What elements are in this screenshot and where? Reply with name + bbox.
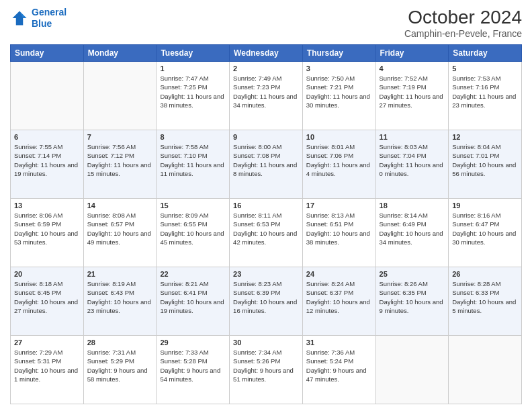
day-number: 29 [160,338,226,347]
day-number: 23 [233,270,299,278]
weekday-header: Monday [83,45,157,62]
day-number: 12 [452,133,518,141]
day-info: Sunrise: 7:55 AM Sunset: 7:14 PM Dayligh… [14,142,80,178]
day-number: 11 [380,133,445,141]
weekday-header: Sunday [11,45,84,62]
day-info: Sunrise: 8:00 AM Sunset: 7:08 PM Dayligh… [233,142,299,178]
calendar-cell: 20Sunrise: 8:18 AM Sunset: 6:45 PM Dayli… [11,267,84,336]
day-info: Sunrise: 8:06 AM Sunset: 6:59 PM Dayligh… [14,211,80,246]
calendar-cell: 24Sunrise: 8:24 AM Sunset: 6:37 PM Dayli… [302,267,375,336]
calendar-week-row: 20Sunrise: 8:18 AM Sunset: 6:45 PM Dayli… [11,267,522,336]
day-info: Sunrise: 8:23 AM Sunset: 6:39 PM Dayligh… [233,279,299,315]
day-info: Sunrise: 8:09 AM Sunset: 6:55 PM Dayligh… [160,211,226,246]
page: General Blue October 2024 Camphin-en-Pev… [0,0,532,411]
header: General Blue October 2024 Camphin-en-Pev… [10,7,522,39]
calendar-cell: 26Sunrise: 8:28 AM Sunset: 6:33 PM Dayli… [449,267,522,336]
day-info: Sunrise: 8:08 AM Sunset: 6:57 PM Dayligh… [87,211,153,246]
month-title: October 2024 [404,7,522,28]
day-info: Sunrise: 8:03 AM Sunset: 7:04 PM Dayligh… [380,142,445,178]
day-info: Sunrise: 8:16 AM Sunset: 6:47 PM Dayligh… [452,211,518,246]
day-number: 25 [380,270,445,278]
day-number: 19 [452,201,518,210]
calendar-cell [375,336,449,404]
day-info: Sunrise: 7:52 AM Sunset: 7:19 PM Dayligh… [380,74,445,109]
day-info: Sunrise: 8:04 AM Sunset: 7:01 PM Dayligh… [452,142,518,178]
calendar-week-row: 6Sunrise: 7:55 AM Sunset: 7:14 PM Daylig… [11,130,522,199]
day-info: Sunrise: 7:49 AM Sunset: 7:23 PM Dayligh… [233,74,299,109]
day-number: 4 [380,64,445,73]
day-info: Sunrise: 8:21 AM Sunset: 6:41 PM Dayligh… [160,279,226,315]
day-info: Sunrise: 7:34 AM Sunset: 5:26 PM Dayligh… [233,348,299,383]
day-number: 2 [233,64,299,73]
calendar-cell: 6Sunrise: 7:55 AM Sunset: 7:14 PM Daylig… [11,130,84,199]
calendar-cell: 7Sunrise: 7:56 AM Sunset: 7:12 PM Daylig… [83,130,157,199]
day-number: 27 [14,338,80,347]
calendar-week-row: 27Sunrise: 7:29 AM Sunset: 5:31 PM Dayli… [11,336,522,404]
day-number: 6 [14,133,80,141]
day-number: 1 [160,64,226,73]
calendar-cell: 15Sunrise: 8:09 AM Sunset: 6:55 PM Dayli… [157,199,230,267]
calendar-cell: 9Sunrise: 8:00 AM Sunset: 7:08 PM Daylig… [230,130,303,199]
logo-icon [10,9,29,28]
calendar-cell: 29Sunrise: 7:33 AM Sunset: 5:28 PM Dayli… [157,336,230,404]
day-info: Sunrise: 8:13 AM Sunset: 6:51 PM Dayligh… [306,211,372,246]
day-info: Sunrise: 8:28 AM Sunset: 6:33 PM Dayligh… [452,279,518,315]
calendar-cell: 2Sunrise: 7:49 AM Sunset: 7:23 PM Daylig… [230,62,303,130]
day-number: 10 [306,133,372,141]
logo-line2: Blue [32,18,52,29]
title-block: October 2024 Camphin-en-Pevele, France [404,7,522,39]
day-number: 20 [14,270,80,278]
weekday-header: Friday [375,45,449,62]
calendar-cell: 22Sunrise: 8:21 AM Sunset: 6:41 PM Dayli… [157,267,230,336]
day-info: Sunrise: 7:53 AM Sunset: 7:16 PM Dayligh… [452,74,518,109]
day-number: 24 [306,270,372,278]
calendar-cell: 25Sunrise: 8:26 AM Sunset: 6:35 PM Dayli… [375,267,449,336]
day-number: 30 [233,338,299,347]
calendar-cell: 10Sunrise: 8:01 AM Sunset: 7:06 PM Dayli… [302,130,375,199]
day-number: 18 [380,201,445,210]
day-number: 22 [160,270,226,278]
logo-line1: General [32,7,66,17]
day-number: 13 [14,201,80,210]
logo-text: General Blue [32,7,66,30]
day-info: Sunrise: 8:01 AM Sunset: 7:06 PM Dayligh… [306,142,372,178]
calendar-cell: 12Sunrise: 8:04 AM Sunset: 7:01 PM Dayli… [449,130,522,199]
weekday-header: Saturday [449,45,522,62]
calendar-cell: 21Sunrise: 8:19 AM Sunset: 6:43 PM Dayli… [83,267,157,336]
day-number: 16 [233,201,299,210]
day-info: Sunrise: 8:24 AM Sunset: 6:37 PM Dayligh… [306,279,372,315]
weekday-header: Thursday [302,45,375,62]
calendar-cell: 5Sunrise: 7:53 AM Sunset: 7:16 PM Daylig… [449,62,522,130]
day-number: 26 [452,270,518,278]
calendar-cell: 19Sunrise: 8:16 AM Sunset: 6:47 PM Dayli… [449,199,522,267]
logo: General Blue [10,7,66,30]
day-number: 3 [306,64,372,73]
calendar-cell: 17Sunrise: 8:13 AM Sunset: 6:51 PM Dayli… [302,199,375,267]
calendar-cell [449,336,522,404]
calendar-cell: 31Sunrise: 7:36 AM Sunset: 5:24 PM Dayli… [302,336,375,404]
day-number: 15 [160,201,226,210]
day-info: Sunrise: 7:33 AM Sunset: 5:28 PM Dayligh… [160,348,226,383]
calendar-cell: 28Sunrise: 7:31 AM Sunset: 5:29 PM Dayli… [83,336,157,404]
calendar: SundayMondayTuesdayWednesdayThursdayFrid… [10,44,522,404]
day-info: Sunrise: 7:29 AM Sunset: 5:31 PM Dayligh… [14,348,80,383]
calendar-cell: 13Sunrise: 8:06 AM Sunset: 6:59 PM Dayli… [11,199,84,267]
calendar-week-row: 1Sunrise: 7:47 AM Sunset: 7:25 PM Daylig… [11,62,522,130]
calendar-cell: 27Sunrise: 7:29 AM Sunset: 5:31 PM Dayli… [11,336,84,404]
calendar-cell: 3Sunrise: 7:50 AM Sunset: 7:21 PM Daylig… [302,62,375,130]
day-number: 28 [87,338,153,347]
calendar-cell: 11Sunrise: 8:03 AM Sunset: 7:04 PM Dayli… [375,130,449,199]
day-info: Sunrise: 7:31 AM Sunset: 5:29 PM Dayligh… [87,348,153,383]
day-info: Sunrise: 8:18 AM Sunset: 6:45 PM Dayligh… [14,279,80,315]
calendar-cell: 14Sunrise: 8:08 AM Sunset: 6:57 PM Dayli… [83,199,157,267]
day-info: Sunrise: 7:36 AM Sunset: 5:24 PM Dayligh… [306,348,372,383]
calendar-cell: 1Sunrise: 7:47 AM Sunset: 7:25 PM Daylig… [157,62,230,130]
calendar-cell: 16Sunrise: 8:11 AM Sunset: 6:53 PM Dayli… [230,199,303,267]
calendar-cell: 4Sunrise: 7:52 AM Sunset: 7:19 PM Daylig… [375,62,449,130]
weekday-header-row: SundayMondayTuesdayWednesdayThursdayFrid… [11,45,522,62]
calendar-week-row: 13Sunrise: 8:06 AM Sunset: 6:59 PM Dayli… [11,199,522,267]
location: Camphin-en-Pevele, France [404,28,522,39]
day-info: Sunrise: 7:50 AM Sunset: 7:21 PM Dayligh… [306,74,372,109]
day-number: 14 [87,201,153,210]
day-info: Sunrise: 7:47 AM Sunset: 7:25 PM Dayligh… [160,74,226,109]
